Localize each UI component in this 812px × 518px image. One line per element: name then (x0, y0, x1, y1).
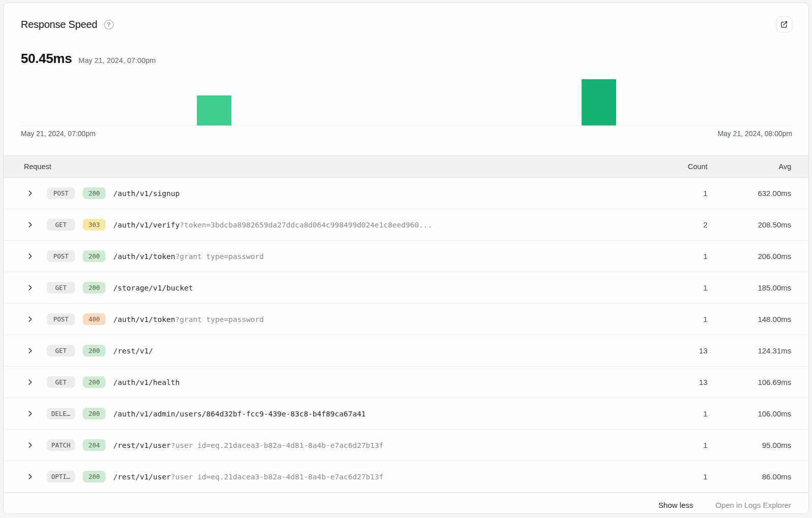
table-row[interactable]: OPTIONS 200 /rest/v1/user?user_id=eq.21d… (4, 461, 808, 493)
method-badge: GET (47, 219, 75, 231)
avg-value: 632.00ms (715, 189, 791, 198)
request-path: /auth/v1/health (113, 378, 669, 386)
count-value: 1 (677, 441, 707, 449)
chart-bar[interactable] (197, 95, 231, 125)
method-badge: POST (47, 187, 75, 199)
request-path: /rest/v1/user?user_id=eq.21dacea3-b82a-4… (113, 473, 669, 481)
request-path: /auth/v1/verify?token=3bdcba8982659da27d… (113, 221, 669, 229)
status-badge: 200 (83, 282, 106, 294)
chevron-right-icon (21, 253, 39, 259)
request-path: /auth/v1/signup (113, 189, 669, 198)
table-row[interactable]: GET 303 /auth/v1/verify?token=3bdcba8982… (4, 209, 808, 241)
table-row[interactable]: POST 200 /auth/v1/token?grant_type=passw… (4, 241, 808, 272)
method-badge: POST (47, 313, 75, 325)
avg-value: 206.00ms (715, 252, 791, 261)
card-header: Response Speed ? 50.45ms May 21, 2024, 0… (4, 3, 808, 66)
avg-value: 106.00ms (715, 409, 791, 418)
table-row[interactable]: GET 200 /auth/v1/health 13 106.69ms (4, 367, 808, 398)
metric-value: 50.45ms (21, 51, 72, 67)
count-value: 13 (677, 346, 707, 355)
status-badge: 400 (83, 313, 106, 325)
avg-value: 124.31ms (715, 346, 791, 355)
request-path: /auth/v1/admin/users/864d32bf-fcc9-439e-… (113, 410, 669, 418)
request-path: /storage/v1/bucket (113, 284, 669, 292)
status-badge: 200 (83, 345, 106, 357)
external-link-icon (780, 20, 788, 28)
requests-table: Request Count Avg POST 200 /auth/v1/sign… (4, 155, 808, 493)
count-value: 13 (677, 378, 707, 386)
table-row[interactable]: POST 400 /auth/v1/token?grant_type=passw… (4, 304, 808, 335)
column-header-count: Count (677, 163, 707, 171)
method-badge: GET (47, 345, 75, 357)
chart-x-axis: May 21, 2024, 07:00pm May 21, 2024, 08:0… (21, 130, 792, 140)
axis-label-start: May 21, 2024, 07:00pm (21, 130, 95, 140)
method-badge: PATCH (47, 439, 75, 451)
method-badge: DELETE (47, 408, 75, 419)
table-row[interactable]: POST 200 /auth/v1/signup 1 632.00ms (4, 178, 808, 209)
status-badge: 200 (83, 187, 106, 199)
table-header: Request Count Avg (4, 155, 808, 178)
status-badge: 200 (83, 376, 106, 388)
chevron-right-icon (21, 442, 39, 448)
expand-report-button[interactable] (776, 16, 792, 33)
chevron-right-icon (21, 285, 39, 290)
chevron-right-icon (21, 474, 39, 479)
help-icon[interactable]: ? (104, 20, 114, 29)
table-row[interactable]: DELETE 200 /auth/v1/admin/users/864d32bf… (4, 398, 808, 430)
table-row[interactable]: GET 200 /rest/v1/ 13 124.31ms (4, 335, 808, 367)
avg-value: 148.00ms (715, 315, 791, 323)
count-value: 1 (677, 315, 707, 323)
chart-bar[interactable] (582, 79, 616, 125)
avg-value: 185.00ms (715, 283, 791, 292)
status-badge: 200 (83, 250, 106, 262)
avg-value: 86.00ms (715, 472, 791, 481)
avg-value: 95.00ms (715, 441, 791, 449)
status-badge: 200 (83, 471, 106, 482)
column-header-avg: Avg (715, 163, 791, 171)
method-badge: POST (47, 250, 75, 262)
count-value: 2 (677, 220, 707, 229)
avg-value: 208.50ms (715, 220, 791, 229)
chevron-right-icon (21, 222, 39, 228)
table-row[interactable]: PATCH 204 /rest/v1/user?user_id=eq.21dac… (4, 430, 808, 461)
chevron-right-icon (21, 411, 39, 416)
response-speed-card: Response Speed ? 50.45ms May 21, 2024, 0… (3, 3, 809, 514)
method-badge: GET (47, 282, 75, 294)
request-path: /rest/v1/ (113, 347, 669, 355)
table-row[interactable]: GET 200 /storage/v1/bucket 1 185.00ms (4, 272, 808, 304)
card-footer: Show less Open in Logs Explorer (4, 493, 808, 514)
column-header-request: Request (24, 163, 669, 171)
method-badge: GET (47, 376, 75, 388)
response-speed-chart[interactable] (21, 75, 792, 126)
request-path: /auth/v1/token?grant_type=password (113, 252, 669, 261)
page-title: Response Speed (21, 19, 97, 30)
chevron-right-icon (21, 379, 39, 385)
count-value: 1 (677, 252, 707, 261)
status-badge: 204 (83, 439, 106, 451)
chevron-right-icon (21, 348, 39, 353)
status-badge: 200 (83, 408, 106, 419)
count-value: 1 (677, 189, 707, 198)
method-badge: OPTIONS (47, 471, 75, 482)
request-path: /rest/v1/user?user_id=eq.21dacea3-b82a-4… (113, 441, 669, 449)
open-logs-explorer-link[interactable]: Open in Logs Explorer (716, 501, 791, 509)
request-path: /auth/v1/token?grant_type=password (113, 315, 669, 323)
axis-label-end: May 21, 2024, 08:00pm (718, 130, 792, 140)
count-value: 1 (677, 409, 707, 418)
chevron-right-icon (21, 316, 39, 322)
show-less-button[interactable]: Show less (658, 501, 693, 509)
avg-value: 106.69ms (715, 378, 791, 386)
count-value: 1 (677, 472, 707, 481)
status-badge: 303 (83, 219, 106, 231)
chevron-right-icon (21, 190, 39, 196)
metric-timestamp: May 21, 2024, 07:00pm (79, 56, 156, 64)
count-value: 1 (677, 283, 707, 292)
